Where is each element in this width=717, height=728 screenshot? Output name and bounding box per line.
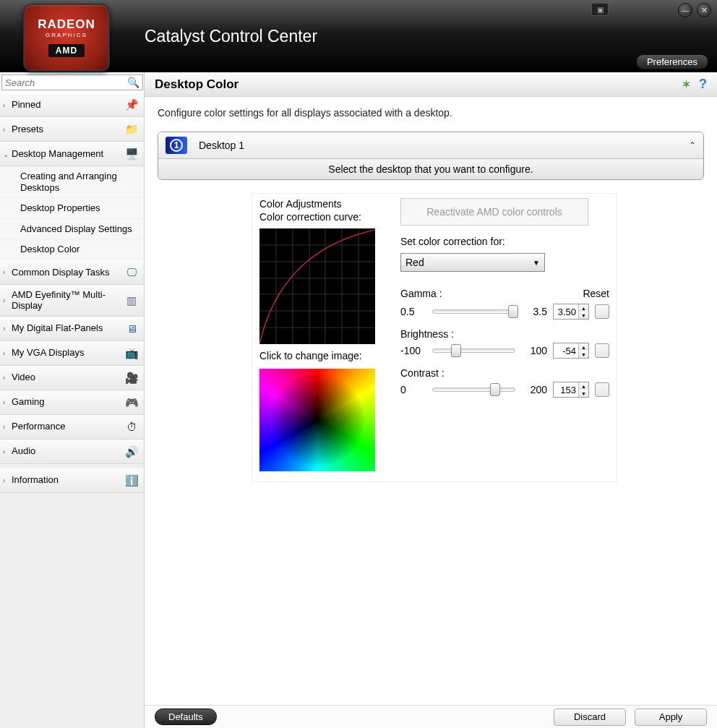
page-header: Desktop Color ✶ ? bbox=[145, 72, 717, 97]
chevron-down-icon: ▼ bbox=[533, 259, 540, 267]
nav-video[interactable]: ›Video 🎥 bbox=[0, 366, 144, 390]
contrast-label: Contrast : bbox=[400, 367, 609, 379]
nav-sub-desktop-properties[interactable]: Desktop Properties bbox=[0, 198, 144, 219]
nav-presets[interactable]: ›Presets 📁 bbox=[0, 117, 144, 142]
gamma-down[interactable]: ▼ bbox=[578, 312, 588, 319]
sidebar: 🔍 « ›Pinned 📌 ›Presets 📁 ⌄Desktop Manage… bbox=[0, 72, 145, 728]
search-box[interactable]: 🔍 bbox=[1, 74, 143, 90]
info-icon: ℹ️ bbox=[124, 474, 139, 488]
eyefinity-icon: ▥ bbox=[124, 294, 139, 308]
brightness-value[interactable] bbox=[554, 343, 578, 358]
curve-label: Color correction curve: bbox=[259, 211, 386, 223]
reactivate-button[interactable]: Reactivate AMD color controls bbox=[400, 198, 588, 226]
video-icon: 🎥 bbox=[124, 371, 139, 385]
desktop-selector-label: Desktop 1 bbox=[199, 140, 689, 151]
main-panel: Desktop Color ✶ ? Configure color settin… bbox=[145, 72, 717, 728]
pin-window-button[interactable]: ▣ bbox=[591, 3, 609, 16]
brightness-down[interactable]: ▼ bbox=[578, 351, 588, 358]
brightness-reset-checkbox[interactable] bbox=[595, 343, 609, 358]
brand-logo: RADEON GRAPHICS AMD bbox=[23, 4, 110, 72]
gamma-up[interactable]: ▲ bbox=[578, 304, 588, 312]
nav-flat-panels[interactable]: ›My Digital Flat-Panels 🖥 bbox=[0, 317, 144, 341]
logo-line1: RADEON bbox=[38, 18, 95, 30]
nav-audio[interactable]: ›Audio 🔊 bbox=[0, 440, 144, 464]
desktop-selector[interactable]: 1 Desktop 1 ⌃ Select the desktop that yo… bbox=[158, 132, 704, 180]
minimize-button[interactable]: — bbox=[678, 3, 692, 17]
close-button[interactable]: ✕ bbox=[697, 3, 711, 17]
contrast-slider[interactable] bbox=[432, 387, 515, 392]
preferences-button[interactable]: Preferences bbox=[636, 54, 708, 69]
logo-brand: AMD bbox=[48, 44, 85, 57]
presets-icon: 📁 bbox=[124, 122, 139, 137]
contrast-value[interactable] bbox=[554, 382, 578, 397]
brightness-slider[interactable] bbox=[432, 348, 515, 353]
nav-pinned[interactable]: ›Pinned 📌 bbox=[0, 93, 144, 117]
nav-gaming[interactable]: ›Gaming 🎮 bbox=[0, 390, 144, 415]
audio-icon: 🔊 bbox=[124, 445, 139, 459]
vga-icon: 📺 bbox=[124, 346, 139, 361]
preview-image[interactable] bbox=[259, 369, 375, 471]
desktop-icon: 🖥️ bbox=[124, 147, 139, 161]
curve-svg bbox=[259, 228, 375, 344]
contrast-spinner[interactable]: ▲▼ bbox=[553, 382, 589, 398]
logo-line2: GRAPHICS bbox=[46, 32, 87, 38]
window-controls: ▣ — ✕ bbox=[591, 3, 711, 17]
change-image-label: Click to change image: bbox=[259, 350, 386, 361]
page-description: Configure color settings for all display… bbox=[158, 107, 704, 119]
help-icon[interactable]: ? bbox=[699, 77, 707, 92]
search-icon[interactable]: 🔍 bbox=[127, 77, 139, 88]
gamma-label: Gamma : bbox=[400, 288, 583, 299]
app-header: RADEON GRAPHICS AMD Catalyst Control Cen… bbox=[0, 0, 717, 72]
brightness-label: Brightness : bbox=[400, 328, 609, 340]
gamma-slider[interactable] bbox=[432, 309, 515, 314]
panel-icon: 🖥 bbox=[124, 322, 139, 336]
gamma-value[interactable] bbox=[554, 304, 578, 319]
footer: Defaults Discard Apply bbox=[145, 705, 717, 728]
nav-sub-desktop-color[interactable]: Desktop Color bbox=[0, 239, 144, 260]
contrast-min: 0 bbox=[400, 384, 426, 395]
group-title: Color Adjustments bbox=[259, 198, 386, 210]
nav-common-display-tasks[interactable]: ›Common Display Tasks 🖵 bbox=[0, 260, 144, 285]
contrast-down[interactable]: ▼ bbox=[578, 390, 588, 397]
contrast-max: 200 bbox=[521, 384, 547, 395]
channel-value: Red bbox=[405, 257, 424, 268]
share-icon[interactable]: ✶ bbox=[681, 77, 692, 93]
search-input[interactable] bbox=[5, 77, 127, 88]
nav-vga-displays[interactable]: ›My VGA Displays 📺 bbox=[0, 341, 144, 366]
gamma-spinner[interactable]: ▲▼ bbox=[553, 304, 589, 320]
nav-information[interactable]: ›Information ℹ️ bbox=[0, 468, 144, 493]
desktop-badge: 1 bbox=[166, 137, 187, 154]
app-title: Catalyst Control Center bbox=[145, 27, 317, 46]
brightness-up[interactable]: ▲ bbox=[578, 343, 588, 351]
set-for-label: Set color correction for: bbox=[400, 236, 609, 247]
nav-desktop-management[interactable]: ⌄Desktop Management 🖥️ bbox=[0, 142, 144, 166]
performance-icon: ⏱ bbox=[124, 420, 139, 434]
gamma-max: 3.5 bbox=[521, 306, 547, 317]
tasks-icon: 🖵 bbox=[124, 265, 139, 280]
apply-button[interactable]: Apply bbox=[635, 708, 707, 726]
channel-select[interactable]: Red ▼ bbox=[400, 253, 545, 272]
discard-button[interactable]: Discard bbox=[554, 708, 626, 726]
contrast-reset-checkbox[interactable] bbox=[595, 382, 609, 397]
gamma-min: 0.5 bbox=[400, 306, 426, 317]
desktop-selector-hint: Select the desktop that you want to conf… bbox=[158, 159, 703, 179]
contrast-up[interactable]: ▲ bbox=[578, 382, 588, 390]
defaults-button[interactable]: Defaults bbox=[155, 708, 217, 725]
gamma-reset-checkbox[interactable] bbox=[595, 304, 609, 319]
nav-performance[interactable]: ›Performance ⏱ bbox=[0, 415, 144, 440]
nav-sub-creating-arranging[interactable]: Creating and Arranging Desktops bbox=[0, 166, 144, 198]
brightness-max: 100 bbox=[521, 345, 547, 356]
chevron-up-icon: ⌃ bbox=[689, 140, 696, 150]
gaming-icon: 🎮 bbox=[124, 395, 139, 410]
page-title: Desktop Color bbox=[155, 77, 674, 92]
color-curve-preview: /* grid drawn below via JS for brevity *… bbox=[259, 228, 375, 344]
pin-icon: 📌 bbox=[124, 98, 139, 112]
brightness-min: -100 bbox=[400, 345, 426, 356]
nav-sub-advanced-display[interactable]: Advanced Display Settings bbox=[0, 219, 144, 240]
nav-eyefinity[interactable]: ›AMD Eyefinity™ Multi-Display ▥ bbox=[0, 285, 144, 317]
nav-tree: ›Pinned 📌 ›Presets 📁 ⌄Desktop Management… bbox=[0, 93, 144, 728]
reset-label: Reset bbox=[583, 288, 609, 299]
color-adjustments-panel: Color Adjustments Color correction curve… bbox=[252, 193, 617, 482]
brightness-spinner[interactable]: ▲▼ bbox=[553, 343, 589, 359]
